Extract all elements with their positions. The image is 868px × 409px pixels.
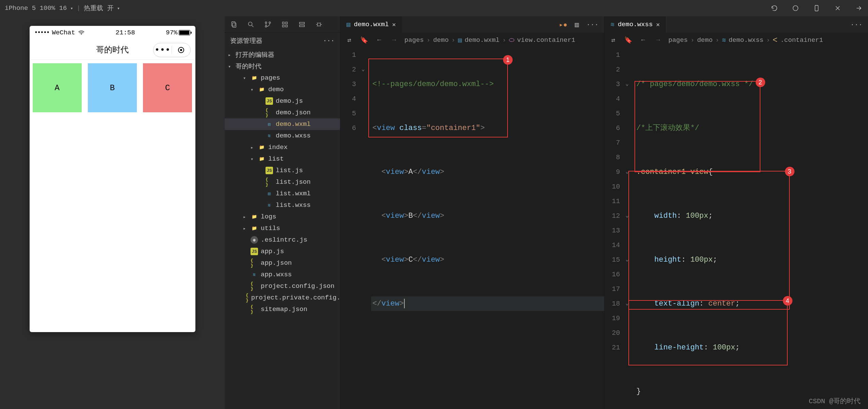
status-bar: •••••WeChat 21:58 97%	[30, 26, 195, 39]
tree-item-sitemap.json[interactable]: { }sitemap.json	[225, 304, 340, 315]
svg-point-2	[81, 34, 82, 35]
tab-bar: ▤ demo.wxml ✕ ▸● ▥ ···	[340, 16, 604, 33]
files-icon[interactable]	[229, 20, 238, 29]
annotation-badge-4: 4	[783, 296, 792, 306]
bookmark-icon[interactable]: 🔖	[624, 36, 632, 44]
svg-point-6	[265, 22, 267, 23]
folder-file-icon: 📁	[251, 225, 258, 232]
tab-bar: ≋ demo.wxss ✕ ···	[605, 16, 868, 33]
tree-item-demo.wxml[interactable]: ▤demo.wxml	[225, 118, 340, 130]
json-file-icon: { }	[251, 282, 258, 290]
more-icon[interactable]: ···	[850, 21, 863, 29]
svg-rect-9	[283, 22, 285, 24]
tab-demo-wxml[interactable]: ▤ demo.wxml ✕	[340, 16, 402, 33]
bookmark-icon[interactable]: 🔖	[360, 36, 368, 44]
wxss-file-icon: ≋	[722, 36, 726, 44]
compare-icon[interactable]: ⇄	[609, 36, 617, 44]
back-icon[interactable]: ←	[375, 36, 383, 44]
section-project[interactable]: ▾哥的时代	[225, 61, 340, 72]
tree-item-app.json[interactable]: { }app.json	[225, 257, 340, 269]
js-file-icon: JS	[266, 97, 273, 105]
section-open-editors[interactable]: ▸打开的编辑器	[225, 49, 340, 61]
home-icon[interactable]	[791, 4, 800, 13]
wxss-file-icon: ≋	[266, 132, 273, 140]
svg-rect-4	[232, 23, 236, 27]
svg-point-5	[248, 22, 252, 26]
json-file-icon: { }	[251, 259, 258, 267]
cfg-file-icon: ◉	[251, 236, 258, 244]
tree-item-demo.json[interactable]: { }demo.json	[225, 107, 340, 118]
tree-item-.eslintrc.js[interactable]: ◉.eslintrc.js	[225, 234, 340, 246]
svg-point-8	[269, 22, 271, 23]
wxml-file-icon: ▤	[266, 190, 273, 197]
wxss-file-icon: ≋	[266, 201, 273, 209]
forward-icon[interactable]: →	[654, 36, 662, 44]
js-file-icon: JS	[251, 248, 258, 255]
close-icon[interactable]: ✕	[656, 21, 660, 28]
tree-item-app.js[interactable]: JSapp.js	[225, 246, 340, 257]
tree-item-app.wxss[interactable]: ≋app.wxss	[225, 269, 340, 280]
capsule-button[interactable]: •••	[153, 43, 191, 57]
svg-rect-11	[283, 25, 285, 27]
tree-item-project.private.config.json[interactable]: { }project.private.config.json	[225, 292, 340, 304]
tree-item-list.wxss[interactable]: ≋list.wxss	[225, 199, 340, 211]
tree-item-demo.js[interactable]: JSdemo.js	[225, 95, 340, 107]
tree-item-demo.wxss[interactable]: ≋demo.wxss	[225, 130, 340, 142]
file-tree[interactable]: ▸打开的编辑器 ▾哥的时代 ▾📁pages▾📁demoJSdemo.js{ }d…	[225, 49, 340, 409]
annotation-badge-3: 3	[785, 167, 794, 176]
branch-icon[interactable]	[263, 20, 272, 29]
tree-item-list.json[interactable]: { }list.json	[225, 176, 340, 188]
tree-item-project.config.json[interactable]: { }project.config.json	[225, 280, 340, 292]
device-selector[interactable]: iPhone 5 100% 16	[5, 4, 67, 12]
back-icon[interactable]: ←	[639, 36, 647, 44]
wxml-file-icon: ▤	[458, 36, 462, 44]
folder-file-icon: 📁	[251, 213, 258, 220]
tree-item-logs[interactable]: ▸📁logs	[225, 211, 340, 223]
tree-item-list.js[interactable]: JSlist.js	[225, 165, 340, 176]
phone-icon[interactable]	[812, 4, 821, 13]
svg-rect-14	[300, 25, 305, 27]
cut-icon[interactable]	[833, 4, 842, 13]
refresh-icon[interactable]	[770, 4, 779, 13]
code-area[interactable]: 123456789101112131415161718192021 ⌄⌄⌄⌄⌄ …	[605, 48, 868, 409]
code-area[interactable]: 123456 ⌄ <!--pages/demo/demo.wxml--> <vi…	[340, 48, 604, 409]
bug-icon[interactable]	[315, 20, 323, 29]
breadcrumbs[interactable]: ⇄ 🔖 ← → pages› demo› ≋ demo.wxss› ⵦ .con…	[605, 33, 868, 48]
tree-item-list.wxml[interactable]: ▤list.wxml	[225, 188, 340, 199]
folder-file-icon: 📁	[258, 155, 266, 163]
forward-icon[interactable]: →	[390, 36, 398, 44]
hot-reload-toggle[interactable]: 热重载 开	[84, 4, 113, 13]
tree-item-pages[interactable]: ▾📁pages	[225, 72, 340, 84]
layers-icon[interactable]	[298, 20, 306, 29]
svg-rect-12	[286, 25, 288, 27]
wxss-file-icon: ≋	[251, 271, 258, 278]
close-program-icon[interactable]	[172, 47, 190, 53]
tree-item-index[interactable]: ▸📁index	[225, 142, 340, 153]
wifi-icon	[78, 30, 85, 35]
tree-item-utils[interactable]: ▸📁utils	[225, 223, 340, 234]
activity-bar	[225, 16, 340, 33]
breadcrumbs[interactable]: ⇄ 🔖 ← → pages› demo› ▤ demo.wxml› ⬭ view…	[340, 33, 604, 48]
explorer-header: 资源管理器 ···	[225, 33, 340, 49]
compare-icon[interactable]: ⇄	[345, 36, 353, 44]
chevron-down-icon: ▾	[70, 5, 73, 11]
wxml-file-icon: ▤	[266, 120, 273, 128]
svg-rect-3	[232, 21, 235, 26]
svg-rect-10	[286, 22, 288, 24]
tab-demo-wxss[interactable]: ≋ demo.wxss ✕	[605, 16, 666, 33]
app-page: A B C	[30, 60, 195, 332]
grid-icon[interactable]	[280, 20, 289, 29]
tree-item-demo[interactable]: ▾📁demo	[225, 84, 340, 95]
explorer-panel: 资源管理器 ··· ▸打开的编辑器 ▾哥的时代 ▾📁pages▾📁demoJSd…	[225, 16, 340, 409]
close-icon[interactable]: ✕	[392, 21, 396, 28]
split-icon[interactable]: ▥	[575, 20, 579, 29]
menu-icon[interactable]: •••	[154, 45, 172, 55]
wxss-file-icon: ≋	[611, 20, 614, 29]
debug-dot-icon[interactable]: ▸●	[559, 20, 567, 29]
battery-label: 97%	[166, 29, 177, 36]
more-icon[interactable]: ···	[323, 37, 335, 45]
arrow-icon[interactable]	[854, 4, 863, 13]
tree-item-list[interactable]: ▾📁list	[225, 153, 340, 165]
search-icon[interactable]	[246, 20, 255, 29]
more-icon[interactable]: ···	[586, 21, 598, 29]
